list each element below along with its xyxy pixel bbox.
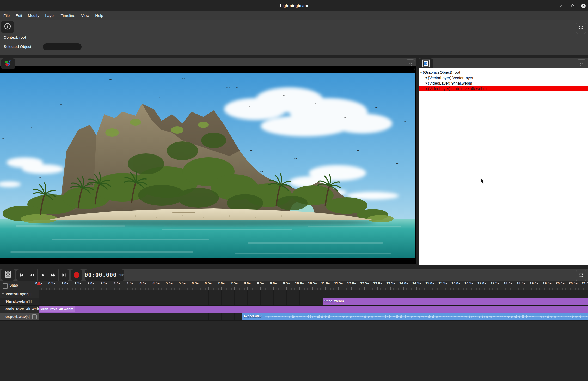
ruler-label: 17.0s	[477, 281, 486, 285]
skip-to-start-button[interactable]	[16, 269, 27, 281]
ruler-label: 15.0s	[425, 281, 434, 285]
ruler-minor-tick	[568, 288, 568, 290]
tree-item-3[interactable]: ▼(VideoLayer) crab_rave_4k.webm	[419, 86, 588, 91]
fast-forward-button[interactable]	[48, 269, 59, 281]
tree-expander-icon[interactable]: ▼	[425, 76, 428, 79]
layer-row-9final.webm[interactable]: 9final.webm[S]	[0, 298, 39, 305]
ruler-minor-tick	[492, 288, 493, 290]
menu-item-edit[interactable]: Edit	[13, 11, 25, 20]
ruler-minor-tick	[70, 288, 70, 290]
layer-row-crab_rave_4k.webm[interactable]: crab_rave_4k.webm[S]	[0, 305, 39, 313]
skip-to-end-button[interactable]	[59, 269, 69, 281]
ruler-label: 5.5s	[179, 281, 186, 285]
ruler-minor-tick	[411, 288, 412, 290]
record-button[interactable]	[71, 269, 82, 281]
ruler-minor-tick	[41, 288, 42, 290]
ruler-minor-tick	[565, 288, 566, 290]
ruler-major-tick	[260, 287, 261, 290]
menu-item-layer[interactable]: Layer	[42, 11, 58, 20]
ruler-major-tick	[169, 287, 169, 290]
clip-9final.webm[interactable]: 9final.webm	[323, 298, 588, 305]
layer-mute-toggle[interactable]: –	[32, 314, 37, 319]
menu-item-file[interactable]: File	[1, 11, 13, 20]
ruler-minor-tick	[44, 288, 44, 290]
stage-canvas-video-preview[interactable]	[0, 73, 415, 258]
tree-item-label: (VideoLayer) crab_rave_4k.webm	[428, 86, 487, 91]
ruler-minor-tick	[529, 288, 529, 290]
ruler-major-tick	[286, 287, 287, 290]
ruler-minor-tick	[224, 288, 224, 290]
ruler-minor-tick	[487, 288, 487, 290]
menu-item-help[interactable]: Help	[92, 11, 106, 20]
ruler-minor-tick	[474, 288, 474, 290]
ruler-minor-tick	[526, 288, 526, 290]
tree-item-2[interactable]: ▼(VideoLayer) 9final.webm	[419, 80, 588, 86]
ruler-minor-tick	[562, 288, 563, 290]
ruler-minor-tick	[396, 288, 396, 290]
stage-fullscreen-button[interactable]	[406, 59, 415, 70]
ruler-minor-tick	[388, 288, 388, 290]
stage-panel	[0, 58, 416, 264]
ruler-label: 12.5s	[360, 281, 369, 285]
scene-tree-list: ▼(GraphicsObject) root▼(VectorLayer) Vec…	[419, 68, 588, 265]
ruler-minor-tick	[54, 288, 55, 290]
maximize-icon[interactable]	[569, 2, 576, 9]
inspector-tab[interactable]	[1, 21, 14, 33]
ruler-minor-tick	[138, 288, 138, 290]
timeline-tab[interactable]	[1, 269, 15, 281]
close-icon[interactable]	[580, 2, 587, 9]
rewind-button[interactable]	[27, 269, 38, 281]
menu-item-modify[interactable]: Modify	[25, 11, 42, 20]
menu-item-timeline[interactable]: Timeline	[58, 11, 78, 20]
tree-expander-icon[interactable]: ▼	[425, 87, 428, 90]
inspector-fullscreen-button[interactable]	[576, 22, 586, 34]
ruler-minor-tick	[112, 288, 112, 290]
tree-expander-icon[interactable]: ▼	[420, 71, 422, 74]
selected-object-field[interactable]	[43, 43, 82, 50]
tree-item-0[interactable]: ▼(GraphicsObject) root	[419, 69, 588, 75]
ruler-minor-tick	[461, 288, 461, 290]
ruler-minor-tick	[172, 288, 172, 290]
ruler-label: 16.5s	[464, 281, 473, 285]
ruler-label: 4.5s	[153, 281, 160, 285]
ruler-label: 21.0s	[582, 281, 588, 285]
transport-controls	[16, 269, 69, 281]
fullscreen-icon	[579, 273, 583, 278]
menu-item-view[interactable]: View	[78, 11, 92, 20]
ruler-minor-tick	[174, 288, 175, 290]
audio-waveform	[242, 313, 588, 320]
layer-expander-icon[interactable]	[1, 293, 4, 294]
ruler-minor-tick	[458, 288, 459, 290]
tree-expander-icon[interactable]: ▼	[425, 82, 428, 85]
layer-row-VectorLayer[interactable]: VectorLayer[L]	[0, 290, 39, 298]
playhead-handle[interactable]	[37, 281, 41, 285]
ruler-minor-tick	[409, 288, 409, 290]
layer-row-export.wav[interactable]: export.wav[A]–	[0, 313, 39, 320]
scene-tree-tab[interactable]: ?	[419, 58, 433, 69]
ruler-minor-tick	[367, 288, 368, 290]
ruler-minor-tick	[166, 288, 167, 290]
minimize-icon[interactable]	[557, 2, 565, 9]
ruler-minor-tick	[229, 288, 229, 290]
clip-export.wav[interactable]: export.wav	[242, 313, 588, 320]
ruler-minor-tick	[297, 288, 297, 290]
snap-checkbox[interactable]	[3, 283, 8, 289]
play-button[interactable]	[38, 269, 48, 281]
ruler-minor-tick	[544, 288, 545, 290]
ruler-minor-tick	[231, 288, 232, 290]
ruler-minor-tick	[114, 288, 115, 290]
ruler-minor-tick	[216, 288, 216, 290]
tree-item-1[interactable]: ▼(VectorLayer) VectorLayer	[419, 75, 588, 80]
layer-type-suffix: [S]	[28, 300, 32, 303]
ruler-minor-tick	[119, 288, 120, 290]
object-inspector-icon: ?	[422, 59, 430, 68]
ruler-label: 19.5s	[543, 281, 552, 285]
timeline-tracks: VectorLayer[L]9final.webm[S]crab_rave_4k…	[0, 290, 588, 320]
ruler-major-tick	[104, 287, 104, 290]
stage-tab[interactable]	[1, 58, 15, 69]
selected-object-label: Selected Object	[4, 44, 31, 49]
timeline-ruler[interactable]: Snap 0.0s0.5s1.0s1.5s2.0s2.5s3.0s3.5s4.0…	[0, 281, 588, 290]
ruler-minor-tick	[57, 288, 57, 290]
timeline-fullscreen-button[interactable]	[576, 270, 586, 282]
clip-crab_rave_4k.webm[interactable]: crab_rave_4k.webm	[39, 306, 588, 313]
